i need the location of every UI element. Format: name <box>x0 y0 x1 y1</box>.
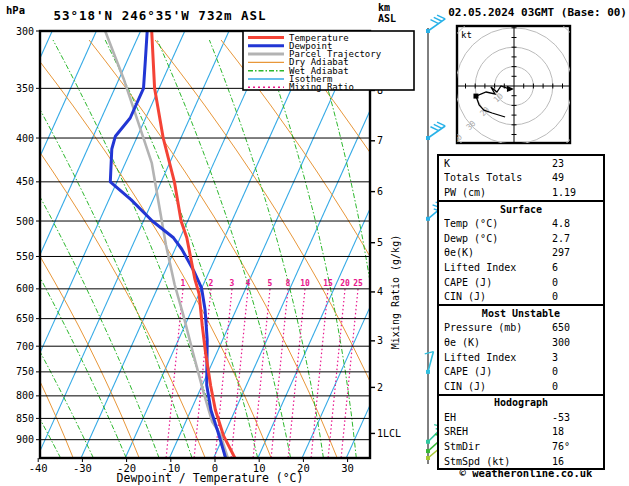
altitude-tick-label: 1LCL <box>377 428 401 439</box>
stats-tables: K 23 Totals Totals 49 PW (cm) 1.19 Surfa… <box>437 154 605 470</box>
mixing-ratio-value: 15 <box>323 279 333 288</box>
surface-row: Temp (°C) 4.8 <box>439 216 603 231</box>
wind-barb-feather <box>434 17 442 21</box>
pressure-tick-label: 350 <box>16 83 34 94</box>
wind-barb-feather <box>430 127 438 131</box>
surface-row: θe(K) 297 <box>439 246 603 261</box>
stat-label: Lifted Index <box>444 352 552 363</box>
stat-value: 4.8 <box>552 218 603 229</box>
most-unstable-title: Most Unstable <box>439 306 603 321</box>
wind-barb-feather <box>430 20 438 24</box>
pressure-tick-label: 500 <box>16 216 34 227</box>
stat-value: -53 <box>552 412 603 423</box>
isotherm-line <box>258 31 450 458</box>
surface-row: Lifted Index 6 <box>439 260 603 275</box>
pressure-tick-label: 650 <box>16 313 34 324</box>
pressure-tick-label: 900 <box>16 434 34 445</box>
surface-row: CIN (J) 0 <box>439 289 603 304</box>
most-unstable-row: CAPE (J) 0 <box>439 364 603 379</box>
pressure-tick-label: 300 <box>16 26 34 37</box>
stat-label: PW (cm) <box>444 187 552 198</box>
altitude-tick-label: 4 <box>377 286 383 297</box>
legend-label: Mixing Ratio <box>289 82 354 92</box>
stat-value: 300 <box>552 337 603 348</box>
stat-value: 650 <box>552 322 603 333</box>
stat-value: 49 <box>552 172 603 183</box>
wet-adiabat-line <box>53 40 225 458</box>
mixing-ratio-value: 20 <box>340 279 350 288</box>
stat-label: Lifted Index <box>444 262 552 273</box>
pressure-tick-label: 450 <box>16 176 34 187</box>
stat-value: 23 <box>552 158 603 169</box>
isotherm-line <box>169 31 361 458</box>
stat-value: 0 <box>552 277 603 288</box>
stat-label: Totals Totals <box>444 172 552 183</box>
mixing-ratio-line <box>253 289 270 458</box>
hodograph-stats-title: Hodograph <box>439 396 603 411</box>
wind-barb-feather <box>437 122 445 126</box>
surface-table: Surface Temp (°C) 4.8 Dewp (°C) 2.7 θe(K… <box>437 200 605 306</box>
indices-table: K 23 Totals Totals 49 PW (cm) 1.19 <box>437 154 605 202</box>
stat-value: 16 <box>552 456 603 467</box>
copyright: © weatheronline.co.uk <box>437 467 615 479</box>
altitude-tick-label: 5 <box>377 237 383 248</box>
temp-tick-label: -40 <box>29 462 48 474</box>
stat-value: 18 <box>552 426 603 437</box>
hodograph-stats-row: StmDir 76° <box>439 439 603 454</box>
pressure-tick-label: 800 <box>16 390 34 401</box>
hodograph-unit: kt <box>461 30 472 40</box>
mixing-ratio-value: 4 <box>246 279 251 288</box>
stat-value: 3 <box>552 352 603 363</box>
mixing-ratio-line <box>341 289 358 458</box>
altitude-tick-label: 7 <box>377 135 383 146</box>
wet-adiabat-line <box>262 40 357 458</box>
stat-label: K <box>444 158 552 169</box>
altitude-tick-label: 6 <box>377 186 383 197</box>
hodograph-table: Hodograph EH -53 SREH 18 StmDir 76° StmS… <box>437 394 605 471</box>
sounding-screenshot: hPa 53°18'N 246°35'W 732m ASL kmASL 02.0… <box>0 0 629 486</box>
mixing-ratio-value: 3 <box>230 279 235 288</box>
stat-value: 2.7 <box>552 233 603 244</box>
stat-value: 297 <box>552 247 603 258</box>
wet-adiabat-line <box>619 40 629 458</box>
mixing-ratio-line <box>288 289 305 458</box>
pressure-tick-label: 750 <box>16 366 34 377</box>
stat-label: θe (K) <box>444 337 552 348</box>
most-unstable-row: CIN (J) 0 <box>439 379 603 394</box>
temperature-axis-label: Dewpoint / Temperature (°C) <box>60 471 360 485</box>
wind-barb <box>428 19 445 31</box>
stat-value: 0 <box>552 291 603 302</box>
stat-label: Pressure (mb) <box>444 322 552 333</box>
wind-barb <box>428 352 433 372</box>
mixing-ratio-value: 8 <box>286 279 291 288</box>
stat-label: StmDir <box>444 441 552 452</box>
wind-barb-feather <box>437 15 445 19</box>
stat-label: SREH <box>444 426 552 437</box>
surface-row: Dewp (°C) 2.7 <box>439 231 603 246</box>
surface-title: Surface <box>439 202 603 217</box>
most-unstable-row: θe (K) 300 <box>439 335 603 350</box>
pressure-tick-label: 400 <box>16 133 34 144</box>
hodograph-stats-row: EH -53 <box>439 410 603 425</box>
indices-row: K 23 <box>439 156 603 171</box>
stat-value: 0 <box>552 381 603 392</box>
mixing-ratio-value: 2 <box>209 279 214 288</box>
dewpoint-curve <box>110 31 225 458</box>
stat-label: CAPE (J) <box>444 277 552 288</box>
stat-value: 76° <box>552 441 603 452</box>
wet-adiabat-line <box>209 40 323 458</box>
mixing-ratio-value: 25 <box>353 279 363 288</box>
dry-adiabat-line <box>221 40 469 458</box>
mixing-ratio-axis-label: Mixing Ratio (g/kg) <box>390 212 404 372</box>
pressure-tick-label: 600 <box>16 283 34 294</box>
pressure-tick-label: 850 <box>16 413 34 424</box>
stat-label: CIN (J) <box>444 381 552 392</box>
legend: TemperatureDewpointParcel TrajectoryDry … <box>243 31 414 92</box>
pressure-tick-label: 700 <box>16 341 34 352</box>
stat-label: EH <box>444 412 552 423</box>
indices-row: PW (cm) 1.19 <box>439 185 603 200</box>
dry-adiabat-line <box>0 40 7 458</box>
wind-barb-feather <box>434 124 442 128</box>
stat-label: Temp (°C) <box>444 218 552 229</box>
dry-adiabat-line <box>617 40 629 458</box>
